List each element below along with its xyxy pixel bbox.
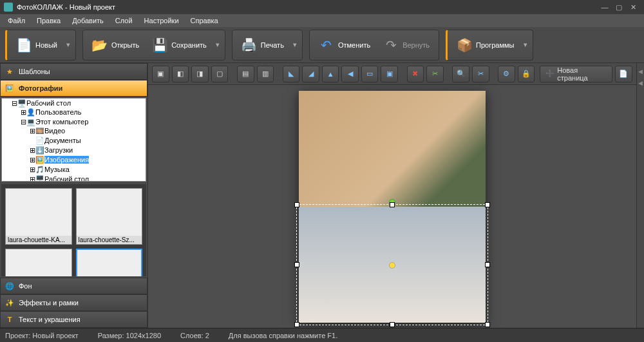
- menu-edit[interactable]: Правка: [32, 15, 66, 26]
- panel-photos[interactable]: 🖼️Фотографии: [0, 80, 147, 97]
- app-logo-icon: [4, 3, 13, 12]
- tree-documents[interactable]: Документы: [44, 137, 81, 144]
- redo-button[interactable]: ↷Вернуть: [377, 32, 436, 58]
- star-icon: ★: [5, 66, 15, 77]
- new-page-button[interactable]: ➕Новая страница: [540, 66, 612, 82]
- page-gear-icon: 📄: [619, 70, 628, 78]
- printer-icon: 🖨️: [242, 36, 257, 54]
- panel-effects[interactable]: ✨Эффекты и рамки: [0, 294, 147, 311]
- lock-button[interactable]: 🔒: [518, 66, 535, 82]
- print-button[interactable]: 🖨️Печать: [235, 32, 290, 58]
- page-plus-icon: ➕: [545, 70, 554, 78]
- fit-canvas-button[interactable]: ▭: [361, 66, 379, 82]
- align-center-h-button[interactable]: ▤: [237, 66, 254, 82]
- align-center-v-button[interactable]: ▥: [257, 66, 274, 82]
- tree-desktop[interactable]: Рабочий стол: [26, 99, 71, 107]
- artboard[interactable]: [299, 91, 486, 323]
- rotate-right-button[interactable]: ◢: [302, 66, 319, 82]
- rotation-handle[interactable]: [389, 199, 395, 205]
- maximize-button[interactable]: ▢: [612, 3, 626, 12]
- title-bar: ФотоКОЛЛАЖ - Новый проект — ▢ ✕: [0, 0, 644, 14]
- center-button[interactable]: ▣: [381, 66, 398, 82]
- rotate-right-icon: ◢: [308, 70, 314, 78]
- panel-background[interactable]: 🌐Фон: [0, 278, 147, 294]
- layer-front-button[interactable]: ▣: [152, 66, 169, 82]
- thumbnail-item[interactable]: laura-chouette-_K...: [5, 249, 72, 276]
- undo-button[interactable]: ↶Отменить: [312, 32, 377, 58]
- page-settings-button[interactable]: 📄: [615, 66, 632, 82]
- chevron-left-icon[interactable]: ◀: [638, 68, 643, 75]
- align-v-icon: ▥: [262, 70, 269, 78]
- tree-computer[interactable]: Этот компьютер: [35, 118, 88, 126]
- thumbnail-item[interactable]: ✓lexie-barnhorn-...: [76, 249, 143, 276]
- send-backward-icon: ◨: [196, 70, 203, 78]
- delete-button[interactable]: ✖: [407, 66, 424, 82]
- layer-backward-button[interactable]: ◨: [191, 66, 209, 82]
- menu-file[interactable]: Файл: [3, 15, 30, 26]
- tree-user[interactable]: Пользователь: [35, 108, 81, 116]
- resize-handle[interactable]: [485, 322, 490, 327]
- thumbnail-item[interactable]: laura-chouette-Sz...: [76, 188, 143, 245]
- tree-downloads[interactable]: Загрузки: [44, 146, 73, 154]
- canvas[interactable]: [148, 85, 636, 328]
- send-back-icon: ▢: [216, 70, 223, 78]
- magnifier-icon: 🔍: [457, 70, 466, 78]
- resize-handle[interactable]: [390, 322, 395, 327]
- placed-image-1[interactable]: [299, 91, 486, 207]
- menu-help[interactable]: Справка: [185, 15, 223, 26]
- tree-music[interactable]: Музыка: [44, 166, 70, 173]
- panel-templates[interactable]: ★Шаблоны: [0, 63, 147, 80]
- right-collapsed-panel[interactable]: ◀ ◀: [636, 63, 645, 328]
- flip-h-button[interactable]: ▲: [322, 66, 339, 82]
- menu-settings[interactable]: Настройки: [139, 15, 184, 26]
- wand-icon: ✨: [5, 298, 15, 308]
- zoom-button[interactable]: 🔍: [452, 66, 469, 82]
- center-marker[interactable]: [389, 262, 395, 269]
- status-project: Проект: Новый проект: [5, 332, 79, 339]
- crop-button[interactable]: ✂: [426, 66, 444, 82]
- delete-icon: ✖: [412, 70, 418, 78]
- settings-button[interactable]: ⚙: [498, 66, 515, 82]
- resize-handle[interactable]: [485, 262, 490, 267]
- rotate-left-button[interactable]: ◣: [283, 66, 300, 82]
- menu-add[interactable]: Добавить: [67, 15, 109, 26]
- resize-handle[interactable]: [294, 322, 299, 327]
- globe-icon: 🌐: [5, 281, 15, 291]
- box-icon: 📦: [457, 36, 472, 54]
- open-button[interactable]: 📂Открыть: [86, 32, 146, 58]
- tree-images[interactable]: Изображения: [44, 156, 89, 164]
- thumbnail-item[interactable]: laura-chouette-KA...: [5, 188, 72, 245]
- cut-button[interactable]: ✂: [472, 66, 489, 82]
- thumbnail-image: [6, 189, 71, 236]
- minimize-button[interactable]: —: [598, 3, 612, 11]
- chevron-left-icon[interactable]: ◀: [638, 80, 643, 86]
- close-button[interactable]: ✕: [626, 3, 640, 12]
- status-bar: Проект: Новый проект Размер: 1024x1280 С…: [0, 328, 644, 342]
- layer-back-button[interactable]: ▢: [211, 66, 229, 82]
- left-sidebar: ★Шаблоны 🖼️Фотографии ⊟🖥️Рабочий стол ⊞👤…: [0, 63, 148, 328]
- new-file-icon: 📄: [16, 36, 32, 54]
- save-disk-icon: 💾: [152, 36, 167, 54]
- programs-dropdown[interactable]: ▾: [521, 41, 530, 49]
- tree-desktop2[interactable]: Рабочий стол: [44, 175, 89, 182]
- save-button[interactable]: 💾Сохранить: [146, 32, 213, 58]
- new-dropdown[interactable]: ▾: [64, 41, 73, 49]
- canvas-toolbar: ▣ ◧ ◨ ▢ ▤ ▥ ◣ ◢ ▲ ◀ ▭ ▣ ✖ ✂ 🔍 ✂ ⚙ 🔒 ➕Нов…: [148, 63, 636, 85]
- new-button[interactable]: 📄Новый: [10, 32, 64, 58]
- scissors-icon: ✂: [478, 70, 484, 78]
- print-dropdown[interactable]: ▾: [290, 41, 299, 49]
- folder-tree[interactable]: ⊟🖥️Рабочий стол ⊞👤Пользователь ⊟💻Этот ко…: [1, 98, 146, 182]
- undo-icon: ↶: [319, 36, 334, 54]
- menu-layer[interactable]: Слой: [110, 15, 138, 26]
- save-dropdown[interactable]: ▾: [213, 41, 222, 49]
- redo-icon: ↷: [383, 36, 399, 54]
- programs-button[interactable]: 📦Программы: [450, 32, 520, 58]
- canvas-area: ▣ ◧ ◨ ▢ ▤ ▥ ◣ ◢ ▲ ◀ ▭ ▣ ✖ ✂ 🔍 ✂ ⚙ 🔒 ➕Нов…: [148, 63, 636, 328]
- tree-video[interactable]: Видео: [44, 127, 65, 135]
- layer-forward-button[interactable]: ◧: [172, 66, 189, 82]
- flip-v-button[interactable]: ◀: [341, 66, 359, 82]
- thumbnail-image: [77, 250, 142, 276]
- status-size: Размер: 1024x1280: [98, 332, 161, 339]
- panel-text[interactable]: TТекст и украшения: [0, 311, 147, 328]
- resize-handle[interactable]: [485, 202, 490, 207]
